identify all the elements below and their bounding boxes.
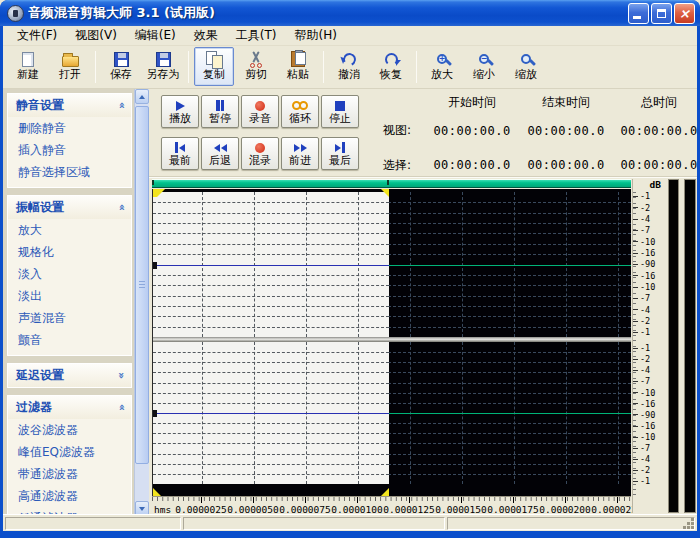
resize-grip[interactable]	[691, 526, 694, 529]
db-label: -16	[633, 399, 665, 408]
play-icon	[176, 99, 185, 112]
undo-button[interactable]: 撤消	[329, 47, 369, 86]
waveform-area: hms 0.00000250.00000500.00000750.0000100…	[149, 177, 697, 516]
left-edge-marker	[153, 410, 157, 417]
new-button[interactable]: 新建	[8, 47, 48, 86]
saveas-button[interactable]: 另存为	[143, 47, 183, 86]
sidebar-item[interactable]: 淡入	[8, 263, 131, 285]
db-label: -10	[633, 283, 665, 292]
grid-line-horizontal	[153, 383, 389, 384]
clipboard-icon	[291, 50, 305, 68]
left-edge-marker	[153, 262, 157, 269]
zoom-out-icon: −	[479, 50, 489, 68]
pause-button[interactable]: 暂停	[201, 95, 239, 128]
sidebar-item[interactable]: 规格化	[8, 241, 131, 263]
zoomin-button[interactable]: +放大	[422, 47, 462, 86]
app-window: 音频混音剪辑大师 3.1 (试用版) × 文件(F)视图(V)编辑(E)效果工具…	[0, 0, 700, 538]
window-body: 文件(F)视图(V)编辑(E)效果工具(T)帮助(H) 新建打开保存另存为复制剪…	[3, 26, 697, 531]
selection-region[interactable]	[153, 192, 389, 337]
scrollbar-thumb[interactable]	[135, 106, 149, 464]
waveform-channel-left[interactable]	[153, 192, 631, 337]
time-value-0-2: 00:00:00.0	[613, 124, 697, 138]
sidebar-item[interactable]: 静音选择区域	[8, 161, 131, 183]
status-section-1	[5, 517, 181, 530]
close-button[interactable]: ×	[674, 3, 695, 24]
scroll-up-arrow[interactable]	[135, 89, 149, 104]
chevron-up-icon[interactable]: »	[115, 204, 128, 211]
selection-start-marker-top[interactable]	[153, 189, 165, 197]
time-value-1-0: 00:00:00.0	[425, 158, 519, 172]
menu-item-5[interactable]: 帮助(H)	[287, 26, 345, 46]
sidebar-item[interactable]: 带通滤波器	[8, 463, 131, 485]
open-button[interactable]: 打开	[50, 47, 90, 86]
grid-line-horizontal	[153, 296, 389, 297]
toend-button[interactable]: 最后	[321, 137, 359, 170]
close-icon: ×	[679, 7, 690, 20]
scrollbar-track[interactable]	[135, 104, 149, 501]
selection-end-marker-bottom[interactable]	[381, 488, 389, 496]
stop-icon	[335, 99, 345, 112]
waveform-channel-right[interactable]	[153, 342, 631, 484]
rewind-icon	[214, 141, 227, 154]
sidebar-item[interactable]: 波谷滤波器	[8, 419, 131, 441]
maximize-button[interactable]	[651, 3, 672, 24]
menu-item-4[interactable]: 工具(T)	[228, 26, 285, 46]
time-header-1: 结束时间	[519, 94, 613, 111]
menu-item-1[interactable]: 视图(V)	[67, 26, 125, 46]
waveform-centerline	[153, 413, 389, 414]
mixrec-button[interactable]: 混录	[241, 137, 279, 170]
chevron-down-icon[interactable]: »	[115, 372, 128, 379]
selection-end-marker-top[interactable]	[381, 189, 389, 197]
selection-start-marker-bottom[interactable]	[153, 488, 161, 496]
copy-button[interactable]: 复制	[194, 47, 234, 86]
sidebar-item[interactable]: 插入静音	[8, 139, 131, 161]
grid-line-horizontal	[153, 254, 389, 255]
forward-button[interactable]: 前进	[281, 137, 319, 170]
time-ruler[interactable]: hms 0.00000250.00000500.00000750.0000100…	[152, 496, 631, 516]
db-label: -10	[633, 237, 665, 246]
rewind-button[interactable]: 后退	[201, 137, 239, 170]
paste-button[interactable]: 粘贴	[278, 47, 318, 86]
grid-line-horizontal	[153, 202, 389, 203]
sidebar-item[interactable]: 峰值EQ滤波器	[8, 441, 131, 463]
grid-line-horizontal	[153, 474, 389, 475]
selection-region[interactable]	[153, 342, 389, 484]
redo-button[interactable]: 恢复	[371, 47, 411, 86]
sidebar-section-header-delay[interactable]: 延迟设置»	[8, 364, 131, 387]
minimize-button[interactable]	[628, 3, 649, 24]
time-header-2: 总时间	[613, 94, 697, 111]
sidebar-item[interactable]: 放大	[8, 219, 131, 241]
level-meter-right	[684, 179, 696, 513]
chevron-up-icon[interactable]: »	[115, 102, 128, 109]
sidebar-item[interactable]: 高通滤波器	[8, 485, 131, 507]
sidebar-section-header-filter[interactable]: 过滤器»	[8, 396, 131, 419]
sidebar-item[interactable]: 颤音	[8, 329, 131, 351]
time-panel: 开始时间结束时间总时间视图:00:00:00.000:00:00.000:00:…	[379, 92, 697, 182]
sidebar-item[interactable]: 淡出	[8, 285, 131, 307]
saveas-floppy-icon	[156, 50, 171, 68]
sidebar-item[interactable]: 声道混音	[8, 307, 131, 329]
sidebar-section-header-silence[interactable]: 静音设置»	[8, 94, 131, 117]
sidebar-item[interactable]: 删除静音	[8, 117, 131, 139]
tostart-button[interactable]: 最前	[161, 137, 199, 170]
sidebar-section-header-amplitude[interactable]: 振幅设置»	[8, 196, 131, 219]
record-button[interactable]: 录音	[241, 95, 279, 128]
grid-line-horizontal	[153, 433, 389, 434]
menu-item-0[interactable]: 文件(F)	[9, 26, 65, 46]
sidebar-scrollbar[interactable]	[134, 89, 149, 516]
db-label: -10	[633, 388, 665, 397]
menu-item-2[interactable]: 编辑(E)	[127, 26, 184, 46]
overview-position-bar[interactable]	[152, 179, 631, 188]
waveform-canvas[interactable]	[152, 189, 631, 496]
time-value-0-0: 00:00:00.0	[425, 124, 519, 138]
zoomout-button[interactable]: −缩小	[464, 47, 504, 86]
chevron-up-icon[interactable]: »	[115, 404, 128, 411]
loop-icon	[292, 99, 308, 112]
save-button[interactable]: 保存	[101, 47, 141, 86]
cut-button[interactable]: 剪切	[236, 47, 276, 86]
stop-button[interactable]: 停止	[321, 95, 359, 128]
loop-button[interactable]: 循环	[281, 95, 319, 128]
zoom-button[interactable]: 缩放	[506, 47, 546, 86]
play-button[interactable]: 播放	[161, 95, 199, 128]
menu-item-3[interactable]: 效果	[186, 26, 226, 46]
